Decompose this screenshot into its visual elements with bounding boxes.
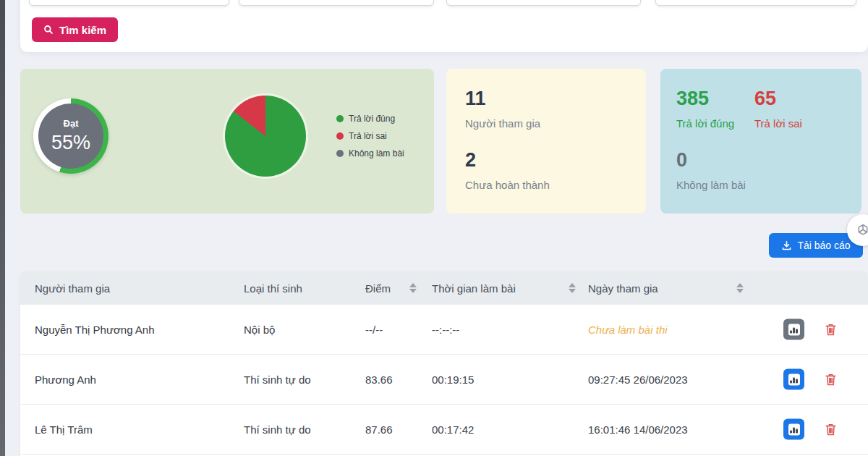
table-header-row: Người tham gia Loại thí sinh Điểm Thời g… xyxy=(20,271,868,305)
pass-rate-gauge: Đạt 55% xyxy=(33,98,109,174)
cell-candidate-type: Nội bộ xyxy=(244,324,275,336)
legend-dot-red xyxy=(336,132,344,140)
wrong-count: 65 xyxy=(754,89,802,109)
header-candidate-type: Loại thí sinh xyxy=(244,282,302,295)
header-participant: Người tham gia xyxy=(35,282,110,295)
participants-count: 11 xyxy=(465,89,540,109)
sort-icon-join-date[interactable] xyxy=(736,283,744,293)
search-field-4[interactable] xyxy=(655,0,856,6)
cell-status: Chưa làm bài thi xyxy=(588,324,668,336)
gauge-label: Đạt xyxy=(64,118,79,129)
results-table: Người tham gia Loại thí sinh Điểm Thời g… xyxy=(20,271,868,456)
cell-participant: Phương Anh xyxy=(35,373,96,386)
wrong-stat: 65 Trả lời sai xyxy=(754,89,802,130)
cell-duration: --:--:-- xyxy=(432,324,459,336)
search-icon xyxy=(43,25,54,35)
cell-join-date: 09:27:45 26/06/2023 xyxy=(588,373,688,386)
delete-button[interactable] xyxy=(822,421,839,438)
cell-score: --/-- xyxy=(365,324,383,336)
bar-chart-icon xyxy=(788,423,800,435)
trash-icon xyxy=(825,423,837,436)
delete-button[interactable] xyxy=(822,321,839,338)
skipped-count: 0 xyxy=(676,151,746,170)
search-panel: Tìm kiếm xyxy=(20,0,868,52)
sidebar-edge xyxy=(0,0,5,456)
cell-join-date: 16:01:46 14/06/2023 xyxy=(588,423,688,436)
cell-participant: Nguyễn Thị Phương Anh xyxy=(35,324,155,336)
legend-dot-green xyxy=(336,115,344,122)
sort-icon-score[interactable] xyxy=(409,283,417,293)
correct-stat: 385 Trả lời đúng xyxy=(676,89,734,130)
trash-icon xyxy=(825,373,837,387)
incomplete-stat: 2 Chưa hoàn thành xyxy=(465,151,550,191)
cell-score: 83.66 xyxy=(365,373,393,386)
legend-dot-gray xyxy=(336,150,344,157)
legend-item-skipped: Không làm bài xyxy=(336,145,404,162)
skipped-stat: 0 Không làm bài xyxy=(676,151,746,191)
report-page: Tìm kiếm Đạt 55% Trả lời đúng Trả lời sa… xyxy=(0,0,868,456)
view-result-button[interactable] xyxy=(783,319,804,340)
cell-score: 87.66 xyxy=(365,423,393,436)
participants-card: 11 Người tham gia 2 Chưa hoàn thành xyxy=(446,69,646,214)
view-result-button[interactable] xyxy=(783,419,804,440)
table-row: Lê Thị Trâm Thí sinh tự do 87.66 00:17:4… xyxy=(20,405,868,455)
results-chart-card: Đạt 55% Trả lời đúng Trả lời sai Không l… xyxy=(20,69,434,214)
cell-candidate-type: Thí sinh tự do xyxy=(244,373,311,386)
correct-count: 385 xyxy=(676,89,734,109)
search-field-2[interactable] xyxy=(239,0,434,6)
search-field-3[interactable] xyxy=(446,0,641,6)
trash-icon xyxy=(825,323,837,337)
download-button-label: Tải báo cáo xyxy=(797,240,850,251)
legend-item-correct: Trả lời đúng xyxy=(336,110,404,127)
answers-pie-chart xyxy=(225,96,306,177)
header-join-date: Ngày tham gia xyxy=(588,282,658,295)
incomplete-count: 2 xyxy=(465,151,550,170)
download-icon xyxy=(781,240,792,251)
table-row: Nguyễn Thị Phương Anh Nội bộ --/-- --:--… xyxy=(20,305,868,355)
gauge-value: 55% xyxy=(51,132,90,154)
table-row: Phương Anh Thí sinh tự do 83.66 00:19:15… xyxy=(20,355,868,405)
bar-chart-icon xyxy=(788,324,800,335)
search-button[interactable]: Tìm kiếm xyxy=(32,17,118,42)
participants-stat: 11 Người tham gia xyxy=(465,89,540,130)
pie-legend: Trả lời đúng Trả lời sai Không làm bài xyxy=(336,110,404,162)
sort-icon-duration[interactable] xyxy=(569,283,576,293)
search-button-label: Tìm kiếm xyxy=(59,24,106,36)
answers-card: 385 Trả lời đúng 65 Trả lời sai 0 Không … xyxy=(660,69,861,214)
header-duration: Thời gian làm bài xyxy=(432,282,516,295)
cell-candidate-type: Thí sinh tự do xyxy=(244,423,311,436)
cell-participant: Lê Thị Trâm xyxy=(35,423,93,436)
view-result-button[interactable] xyxy=(783,369,804,390)
cell-duration: 00:19:15 xyxy=(432,373,474,386)
bar-chart-icon xyxy=(788,373,800,385)
cell-duration: 00:17:42 xyxy=(432,423,474,436)
legend-item-wrong: Trả lời sai xyxy=(336,127,404,145)
search-field-1[interactable] xyxy=(29,0,229,6)
delete-button[interactable] xyxy=(822,371,839,388)
openai-logo-icon xyxy=(855,222,868,238)
header-score: Điểm xyxy=(365,282,391,295)
